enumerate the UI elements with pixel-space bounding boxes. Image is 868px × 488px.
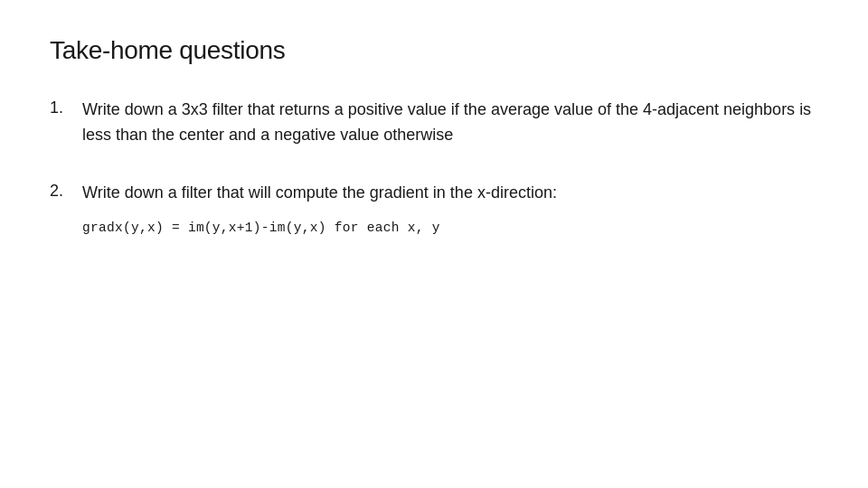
questions-list: 1. Write down a 3x3 filter that returns … [50,98,818,235]
question-number-1: 1. [50,98,82,117]
question-2-content: Write down a filter that will compute th… [82,181,557,235]
list-item: 2. Write down a filter that will compute… [50,181,818,235]
code-block: gradx(y,x) = im(y,x+1)-im(y,x) for each … [82,221,557,235]
question-number-2: 2. [50,181,82,201]
question-text-1: Write down a 3x3 filter that returns a p… [82,98,818,148]
page-container: Take-home questions 1. Write down a 3x3 … [0,0,868,488]
list-item: 1. Write down a 3x3 filter that returns … [50,98,818,148]
question-text-2: Write down a filter that will compute th… [82,181,557,206]
page-title: Take-home questions [50,36,818,65]
